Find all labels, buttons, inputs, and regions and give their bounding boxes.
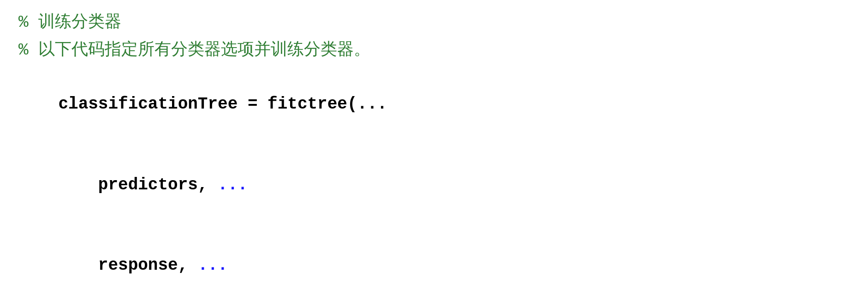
code-predictors: predictors,: [58, 176, 218, 194]
code-fitctree: classificationTree = fitctree(...: [58, 95, 387, 114]
comment-line-1: % 训练分类器: [18, 9, 850, 36]
code-response: response,: [58, 256, 197, 275]
code-line-1: classificationTree = fitctree(...: [18, 64, 850, 144]
comment-line-2: % 以下代码指定所有分类器选项并训练分类器。: [18, 37, 850, 64]
code-ellipsis-2: ...: [218, 176, 248, 194]
code-line-3: response, ...: [18, 226, 850, 303]
code-line-2: predictors, ...: [18, 145, 850, 225]
code-block: % 训练分类器 % 以下代码指定所有分类器选项并训练分类器。 classific…: [18, 9, 850, 303]
code-ellipsis-3: ...: [198, 256, 228, 275]
